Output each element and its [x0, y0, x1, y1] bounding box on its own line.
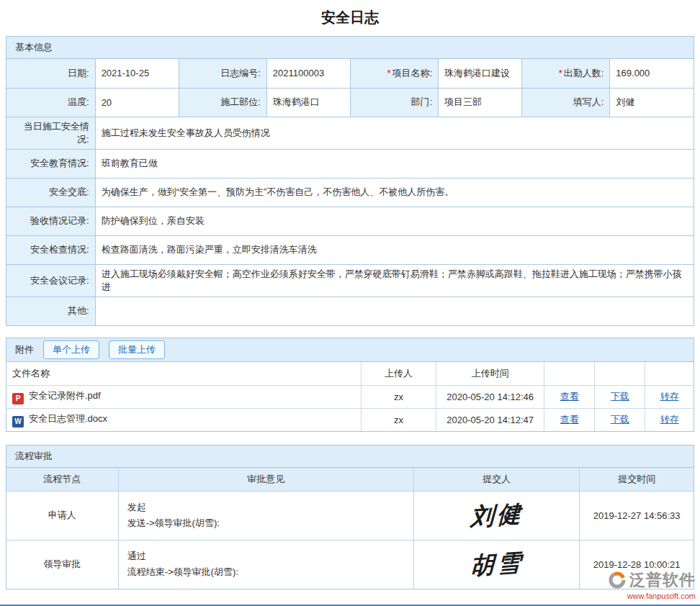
column-header-file-name: 文件名称	[6, 362, 362, 385]
table-row: 其他:	[6, 297, 694, 325]
pdf-file-icon: P	[12, 393, 24, 404]
field-value: 班前教育已做	[95, 149, 694, 178]
field-label: 安全交底:	[6, 178, 95, 207]
opinion-line: 发送->领导审批(胡雪):	[127, 515, 408, 531]
attachments-panel-header: 附件 单个上传 批量上传	[6, 338, 694, 362]
opinion-line: 流程结束->领导审批(胡雪):	[127, 564, 408, 580]
field-value: 珠海鹤港口	[266, 88, 350, 117]
attachments-panel: 附件 单个上传 批量上传 文件名称 上传人 上传时间 P安全记录附件.pdf z…	[6, 338, 694, 432]
approval-table: 流程节点 审批意见 提交人 提交时间 申请人 发起 发送->领导审批(胡雪): …	[6, 468, 694, 589]
approval-panel-header: 流程审批	[6, 446, 694, 468]
fanpu-logo-icon	[608, 571, 627, 589]
table-row: 日期: 2021-10-25 日志编号: 2021100003 *项目名称: 珠…	[6, 59, 694, 88]
column-header-empty	[645, 362, 694, 385]
column-header-submitter: 提交人	[414, 468, 580, 491]
basic-info-panel: 基本信息 日期: 2021-10-25 日志编号: 2021100003 *项目…	[6, 36, 694, 326]
approval-table-header-row: 流程节点 审批意见 提交人 提交时间	[6, 468, 694, 491]
field-value: 20	[95, 88, 179, 117]
single-upload-button[interactable]: 单个上传	[43, 340, 99, 359]
field-label: 其他:	[6, 297, 95, 325]
file-name: 安全日志管理.docx	[29, 413, 107, 424]
table-row: 安全教育情况: 班前教育已做	[6, 149, 694, 178]
page-title: 安全日志	[0, 0, 700, 36]
flow-node-cell: 申请人	[6, 491, 118, 540]
opinion-line: 发起	[127, 499, 408, 515]
table-row: W安全日志管理.docx zx 2020-05-20 14:12:47 查看 下…	[6, 408, 694, 431]
download-link[interactable]: 下载	[611, 391, 629, 402]
download-link[interactable]: 下载	[611, 414, 629, 425]
upload-time-cell: 2020-05-20 14:12:47	[436, 408, 544, 431]
signature-image: 刘健	[470, 497, 524, 533]
file-name-cell: W安全日志管理.docx	[6, 408, 362, 431]
field-label: 部门:	[350, 88, 438, 117]
field-label: *项目名称:	[350, 59, 438, 88]
save-link[interactable]: 转存	[660, 391, 679, 402]
table-row: 安全交底: 为确保生产，做到“安全第一、预防为主”不伤害自己，不伤害他人、不被他…	[6, 178, 694, 207]
save-link[interactable]: 转存	[660, 414, 679, 425]
field-label: 日期:	[6, 59, 95, 88]
field-value: 刘健	[610, 88, 694, 117]
basic-info-panel-title: 基本信息	[15, 41, 53, 54]
field-label: *出勤人数:	[522, 59, 610, 88]
field-value: 进入施工现场必须戴好安全帽；高空作业必须系好安全带，严禁穿硬底带钉易滑鞋；严禁赤…	[95, 264, 694, 297]
field-value: 2021-10-25	[95, 59, 179, 88]
word-file-icon: W	[12, 416, 24, 428]
column-header-submit-time: 提交时间	[580, 468, 694, 491]
field-value: 施工过程未发生安全事故及人员受伤情况	[95, 117, 694, 149]
fanpu-watermark: 泛普软件 www.fanpusoft.com	[608, 569, 696, 600]
table-row: 安全会议记录: 进入施工现场必须戴好安全帽；高空作业必须系好安全带，严禁穿硬底带…	[6, 264, 694, 297]
table-row: 申请人 发起 发送->领导审批(胡雪): 刘健 2019-12-27 14:56…	[6, 491, 694, 540]
column-header-upload-time: 上传时间	[436, 362, 544, 385]
submit-time-cell: 2019-12-27 14:56:33	[580, 491, 694, 540]
file-name: 安全记录附件.pdf	[29, 390, 101, 401]
field-label: 日志编号:	[179, 59, 266, 88]
field-label: 施工部位:	[179, 88, 266, 117]
table-row: 温度: 20 施工部位: 珠海鹤港口 部门: 项目三部 填写人: 刘健	[6, 88, 694, 117]
field-value: 珠海鹤港口建设	[439, 59, 522, 88]
column-header-uploader: 上传人	[362, 362, 436, 385]
approval-panel-title: 流程审批	[15, 450, 53, 463]
table-row: 当日施工安全情况: 施工过程未发生安全事故及人员受伤情况	[6, 117, 694, 149]
column-header-flow-node: 流程节点	[6, 468, 118, 491]
submitter-signature-cell: 胡雪	[414, 540, 580, 589]
attachments-table-header-row: 文件名称 上传人 上传时间	[6, 362, 694, 385]
opinion-cell: 通过 流程结束->领导审批(胡雪):	[118, 540, 413, 589]
upload-time-cell: 2020-05-20 14:12:46	[436, 385, 544, 408]
attachments-table: 文件名称 上传人 上传时间 P安全记录附件.pdf zx 2020-05-20 …	[6, 362, 694, 431]
field-value	[95, 297, 694, 325]
uploader-cell: zx	[362, 408, 436, 431]
field-value: 2021100003	[266, 59, 350, 88]
field-label: 安全检查情况:	[6, 235, 95, 264]
brand-name: 泛普软件	[629, 569, 696, 591]
batch-upload-button[interactable]: 批量上传	[109, 340, 165, 359]
table-row: 验收情况记录: 防护确保到位，亲自安装	[6, 207, 694, 235]
approval-panel: 流程审批 流程节点 审批意见 提交人 提交时间 申请人 发起 发送->领导审批(…	[6, 445, 694, 589]
submitter-signature-cell: 刘健	[414, 491, 580, 540]
basic-info-table: 日期: 2021-10-25 日志编号: 2021100003 *项目名称: 珠…	[6, 59, 694, 325]
field-label: 安全教育情况:	[6, 149, 95, 178]
required-asterisk: *	[559, 68, 562, 78]
field-value: 169.000	[610, 59, 694, 88]
field-value: 防护确保到位，亲自安装	[95, 207, 694, 235]
uploader-cell: zx	[362, 385, 436, 408]
basic-info-panel-header: 基本信息	[6, 37, 694, 59]
brand-url: www.fanpusoft.com	[608, 592, 696, 600]
file-name-cell: P安全记录附件.pdf	[6, 385, 362, 408]
table-row: 安全检查情况: 检查路面清洗，路面污染严重，立即安排清洗车清洗	[6, 235, 694, 264]
flow-node-cell: 领导审批	[6, 540, 118, 589]
table-row: 领导审批 通过 流程结束->领导审批(胡雪): 胡雪 2019-12-28 10…	[6, 540, 694, 589]
field-label: 当日施工安全情况:	[6, 117, 95, 149]
field-value: 检查路面清洗，路面污染严重，立即安排清洗车清洗	[95, 235, 694, 264]
field-value: 项目三部	[439, 88, 522, 117]
opinion-cell: 发起 发送->领导审批(胡雪):	[118, 491, 413, 540]
field-label: 填写人:	[522, 88, 610, 117]
view-link[interactable]: 查看	[560, 414, 579, 425]
column-header-opinion: 审批意见	[118, 468, 413, 491]
required-asterisk: *	[387, 68, 390, 78]
column-header-empty	[595, 362, 645, 385]
field-label: 验收情况记录:	[6, 207, 95, 235]
opinion-line: 通过	[127, 548, 408, 564]
signature-image: 胡雪	[470, 546, 524, 582]
view-link[interactable]: 查看	[560, 391, 579, 402]
column-header-empty	[544, 362, 595, 385]
